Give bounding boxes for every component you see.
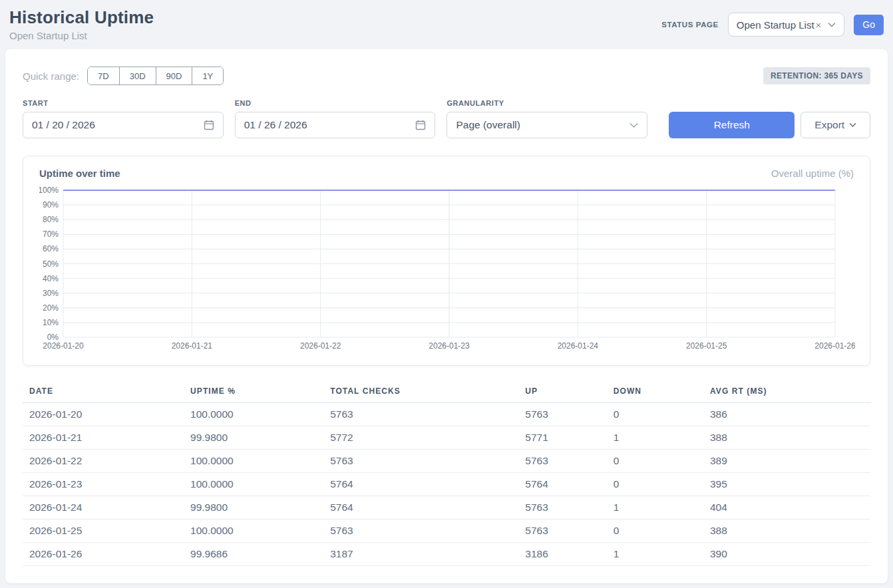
table-cell: 390 [703,543,870,566]
table-cell: 5764 [323,496,518,519]
table-row: 2026-01-20100.0000576357630386 [23,403,870,426]
table-row: 2026-01-25100.0000576357630388 [23,519,870,543]
export-label: Export [814,119,844,131]
svg-text:100%: 100% [39,187,59,195]
svg-text:30%: 30% [43,289,59,298]
quick-range-7d-button[interactable]: 7D [88,67,120,84]
table-cell: 2026-01-25 [23,519,184,543]
svg-text:10%: 10% [43,318,59,327]
table-cell: 2026-01-21 [23,426,184,450]
table-cell: 5763 [518,403,606,426]
table-cell: 99.9800 [184,426,323,450]
table-row: 2026-01-23100.0000576457640395 [23,473,870,496]
table-cell: 3186 [518,543,606,566]
svg-text:2026-01-24: 2026-01-24 [558,341,599,351]
table-cell: 5763 [323,450,518,473]
quick-range-group: 7D30D90D1Y [87,67,224,85]
export-button[interactable]: Export [801,112,870,138]
column-header: TOTAL CHECKS [323,382,518,403]
main-card: Quick range: 7D30D90D1Y RETENTION: 365 D… [5,49,888,583]
table-row: 2026-01-2699.9686318731861390 [23,543,870,566]
table-cell: 99.9800 [184,496,323,519]
start-label: START [23,99,224,107]
table-cell: 5763 [518,496,606,519]
calendar-icon[interactable] [415,120,426,130]
table-cell: 5772 [323,426,518,450]
table-cell: 386 [703,403,870,426]
quick-range-90d-button[interactable]: 90D [156,67,193,84]
svg-text:60%: 60% [43,244,59,253]
uptime-line-chart: 2026-01-202026-01-212026-01-222026-01-23… [39,187,855,355]
uptime-chart-card: Uptime over time Overall uptime (%) 2026… [23,156,870,366]
svg-text:40%: 40% [43,274,59,283]
table-cell: 100.0000 [184,403,323,426]
quick-range-1y-button[interactable]: 1Y [192,67,223,84]
status-page-selected-value: Open Startup List [737,19,814,31]
status-page-label: STATUS PAGE [661,21,719,29]
column-header: DOWN [607,382,703,403]
table-cell: 5763 [518,450,606,473]
chart-legend: Overall uptime (%) [771,168,854,179]
svg-text:50%: 50% [43,259,59,269]
end-label: END [235,99,436,107]
table-cell: 2026-01-23 [23,473,184,496]
table-cell: 5764 [518,473,606,496]
table-cell: 2026-01-24 [23,496,184,519]
table-cell: 5763 [323,403,518,426]
svg-text:20%: 20% [43,303,59,313]
table-cell: 99.9686 [184,543,323,566]
start-date-value: 01 / 20 / 2026 [32,119,95,131]
daily-uptime-table: DATEUPTIME %TOTAL CHECKSUPDOWNAVG RT (MS… [23,382,870,566]
end-date-value: 01 / 26 / 2026 [244,119,307,131]
clear-selection-icon[interactable]: × [816,19,822,31]
table-cell: 0 [607,519,703,543]
table-cell: 5771 [518,426,606,450]
granularity-value: Page (overall) [456,119,520,131]
table-cell: 5763 [323,519,518,543]
column-header: UPTIME % [184,382,323,403]
svg-text:0%: 0% [47,333,59,342]
filter-form-row: START 01 / 20 / 2026 END 01 / 26 / 2026 … [23,99,870,138]
table-cell: 389 [703,450,870,473]
table-row: 2026-01-2199.9800577257711388 [23,426,870,450]
table-cell: 0 [607,450,703,473]
column-header: AVG RT (MS) [703,382,870,403]
quick-range-row: Quick range: 7D30D90D1Y RETENTION: 365 D… [23,67,870,85]
end-date-input[interactable]: 01 / 26 / 2026 [235,112,436,138]
calendar-icon[interactable] [204,120,214,130]
table-cell: 388 [703,519,870,543]
svg-text:70%: 70% [43,229,59,239]
granularity-select[interactable]: Page (overall) [446,112,647,138]
chevron-down-icon [849,122,856,128]
retention-badge: RETENTION: 365 DAYS [763,67,870,84]
refresh-button[interactable]: Refresh [669,112,795,138]
table-cell: 100.0000 [184,450,323,473]
table-cell: 3187 [323,543,518,566]
table-cell: 2026-01-26 [23,543,184,566]
table-cell: 404 [703,496,870,519]
table-cell: 100.0000 [184,519,323,543]
end-date-field: END 01 / 26 / 2026 [235,99,436,138]
svg-text:2026-01-26: 2026-01-26 [814,341,855,351]
column-header: UP [518,382,606,403]
go-button[interactable]: Go [854,15,884,35]
title-block: Historical Uptime Open Startup List [9,7,154,41]
page-subtitle: Open Startup List [9,30,154,41]
quick-range-30d-button[interactable]: 30D [120,67,156,84]
svg-text:2026-01-23: 2026-01-23 [429,341,470,351]
granularity-field: GRANULARITY Page (overall) [446,99,647,138]
status-page-select[interactable]: Open Startup List × [728,13,845,37]
header-controls: STATUS PAGE Open Startup List × Go [661,7,884,37]
table-cell: 100.0000 [184,473,323,496]
svg-text:90%: 90% [43,200,59,210]
table-header-row: DATEUPTIME %TOTAL CHECKSUPDOWNAVG RT (MS… [23,382,870,403]
table-cell: 395 [703,473,870,496]
table-cell: 0 [607,403,703,426]
start-date-input[interactable]: 01 / 20 / 2026 [23,112,224,138]
chart-title: Uptime over time [39,168,120,179]
chevron-down-icon [828,22,836,27]
table-row: 2026-01-22100.0000576357630389 [23,450,870,473]
quick-range-label: Quick range: [23,71,79,82]
granularity-label: GRANULARITY [446,99,647,107]
page-header: Historical Uptime Open Startup List STAT… [5,0,888,49]
